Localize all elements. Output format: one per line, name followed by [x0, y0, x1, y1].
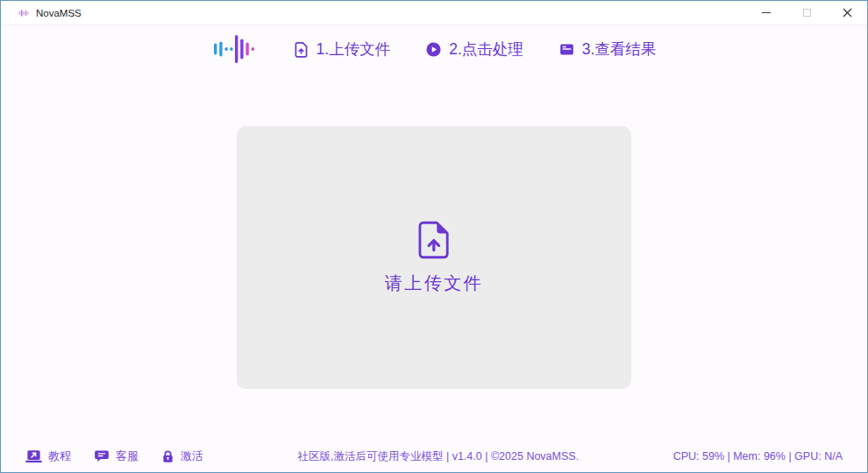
file-upload-icon	[293, 41, 309, 58]
upload-prompt: 请上传文件	[385, 272, 484, 295]
title-bar: NovaMSS	[1, 1, 867, 25]
status-bar: 教程 客服 激活 社区版,激活后可使用专业模型	[1, 441, 867, 472]
footer-links: 教程 客服 激活	[25, 448, 203, 464]
window-title: NovaMSS	[36, 8, 82, 18]
waveform-mini-icon	[18, 8, 31, 18]
results-window-icon	[559, 41, 575, 58]
activate-button[interactable]: 激活	[161, 448, 203, 464]
step-label: 1.上传文件	[317, 39, 391, 60]
app-window: NovaMSS	[0, 0, 868, 473]
upload-dropzone[interactable]: 请上传文件	[237, 126, 631, 389]
maximize-icon	[803, 9, 811, 17]
waveform-logo-icon	[212, 31, 258, 67]
license-version-text: 社区版,激活后可使用专业模型 | v1.4.0 | ©2025 NovaMSS.	[203, 449, 673, 464]
tutorial-laptop-icon	[25, 449, 42, 463]
support-button[interactable]: 客服	[94, 448, 139, 464]
upload-file-icon	[417, 221, 451, 259]
maximize-button	[786, 1, 827, 25]
window-controls	[746, 1, 867, 25]
step-process: 2.点击处理	[425, 39, 523, 60]
footer-link-label: 教程	[48, 448, 71, 464]
footer-link-label: 激活	[181, 448, 203, 464]
tutorial-button[interactable]: 教程	[25, 448, 71, 464]
step-label: 3.查看结果	[582, 39, 657, 60]
minimize-button[interactable]	[746, 1, 786, 25]
step-view-results: 3.查看结果	[559, 39, 657, 60]
close-button[interactable]	[827, 1, 867, 25]
steps-header: 1.上传文件 2.点击处理 3.查看结果	[1, 26, 867, 72]
chat-bubble-icon	[94, 449, 110, 463]
footer-link-label: 客服	[116, 448, 139, 464]
play-circle-icon	[425, 41, 442, 58]
system-stats-text: CPU: 59% | Mem: 96% | GPU: N/A	[673, 450, 843, 462]
step-upload-file: 1.上传文件	[293, 39, 391, 60]
step-label: 2.点击处理	[449, 39, 523, 60]
close-icon	[843, 8, 852, 18]
lock-icon	[161, 449, 174, 464]
minimize-icon	[762, 12, 771, 14]
